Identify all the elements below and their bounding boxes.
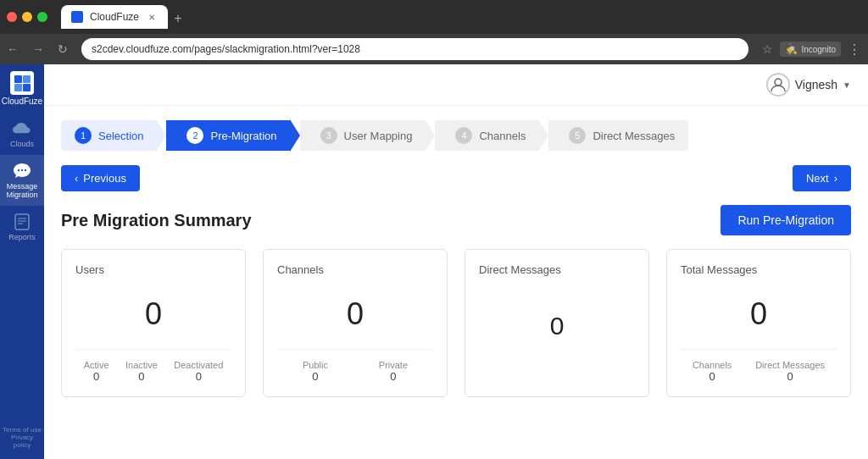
svg-rect-1 [23,75,31,83]
sidebar-item-message-migration[interactable]: Message Migration [0,155,44,206]
terms-link[interactable]: Terms of use [2,426,42,434]
channels-card-sub-row: Public 0 Private 0 [277,349,433,383]
main-content: Vignesh ▼ 1 Selection 2 Pre-Migration 3 [44,64,868,459]
svg-rect-3 [23,84,31,91]
previous-button[interactable]: ‹ Previous [61,165,140,191]
users-card: Users 0 Active 0 Inactive 0 Deactivated … [61,249,246,397]
user-chevron-icon: ▼ [843,80,851,90]
action-bar: ‹ Previous Next › [44,152,868,205]
step-1-number: 1 [75,127,92,144]
browser-chrome: CloudFuze ✕ + [0,0,868,34]
tab-favicon [71,11,83,23]
sidebar-logo: CloudFuze [2,71,42,106]
user-menu[interactable]: Vignesh ▼ [766,73,851,97]
report-icon [13,213,31,231]
total-channels: Channels 0 [693,360,732,383]
cloud-icon [13,119,31,138]
stepper: 1 Selection 2 Pre-Migration 3 User Mappi… [44,106,868,152]
sidebar-item-reports[interactable]: Reports [0,206,44,248]
sidebar-item-message-migration-label: Message Migration [3,182,41,199]
next-chevron-icon: › [834,172,837,185]
step-user-mapping[interactable]: 3 User Mapping [300,120,426,151]
run-pre-migration-button[interactable]: Run Pre-Migration [721,205,851,235]
step-4-number: 4 [455,127,472,144]
step-3-label: User Mapping [344,130,413,142]
step-direct-messages[interactable]: 5 Direct Messages [548,120,688,151]
users-card-title: Users [75,263,231,276]
next-button[interactable]: Next › [793,165,851,191]
dm-card-main-value: 0 [550,305,565,351]
user-name: Vignesh [795,78,837,91]
svg-point-6 [25,169,26,171]
svg-rect-0 [14,75,22,83]
step-pre-migration[interactable]: 2 Pre-Migration [166,120,290,151]
tab-title: CloudFuze [90,11,139,23]
dm-card-title: Direct Messages [479,263,635,276]
cards-grid: Users 0 Active 0 Inactive 0 Deactivated … [44,249,868,414]
privacy-link[interactable]: Privacy policy [2,434,42,449]
channels-card: Channels 0 Public 0 Private 0 [263,249,448,397]
user-avatar [766,73,790,97]
total-messages-card-title: Total Messages [681,263,837,276]
address-bar[interactable]: s2cdev.cloudfuze.com/pages/slackmigratio… [81,38,748,60]
browser-tab[interactable]: CloudFuze ✕ [61,5,168,29]
previous-chevron-icon: ‹ [75,172,78,185]
sidebar: CloudFuze Clouds Message Migration [0,64,44,459]
back-button[interactable]: ← [7,42,19,56]
sidebar-item-clouds[interactable]: Clouds [0,113,44,155]
main-header: Vignesh ▼ [44,64,868,106]
forward-button[interactable]: → [32,42,44,56]
reload-button[interactable]: ↻ [58,42,68,56]
channels-public: Public 0 [303,360,328,383]
step-selection[interactable]: 1 Selection [61,120,157,151]
page-title-bar: Pre Migration Summary Run Pre-Migration [44,205,868,249]
step-3-number: 3 [320,127,337,144]
browser-toolbar: ← → ↻ s2cdev.cloudfuze.com/pages/slackmi… [0,34,868,64]
total-messages-card-sub-row: Channels 0 Direct Messages 0 [681,349,837,383]
step-2-number: 2 [186,127,203,144]
svg-rect-7 [15,214,29,230]
chat-icon [13,162,31,180]
users-card-sub-row: Active 0 Inactive 0 Deactivated 0 [75,349,231,383]
sidebar-item-reports-label: Reports [8,233,36,241]
step-4-label: Channels [479,130,526,142]
svg-point-4 [18,169,19,171]
new-tab-button[interactable]: + [168,8,188,29]
channels-private: Private 0 [379,360,408,383]
tab-close-button[interactable]: ✕ [146,11,158,23]
channels-card-main-value: 0 [277,279,433,346]
svg-rect-2 [14,84,22,91]
direct-messages-card: Direct Messages 0 [465,249,649,397]
total-messages-card: Total Messages 0 Channels 0 Direct Messa… [666,249,851,397]
channels-card-title: Channels [277,263,433,276]
incognito-badge: 🕵 Incognito [780,41,841,57]
users-deactivated: Deactivated 0 [174,360,223,383]
users-inactive: Inactive 0 [125,360,158,383]
page-title: Pre Migration Summary [61,211,252,230]
step-arrow-4 [538,119,548,152]
svg-point-11 [775,79,782,86]
step-5-number: 5 [569,127,586,144]
step-arrow-1 [156,119,166,152]
step-2-label: Pre-Migration [210,130,276,142]
logo-icon [10,71,34,95]
browser-actions: ☆ 🕵 Incognito ⋮ [762,41,861,58]
step-arrow-3 [425,119,435,152]
sidebar-footer: Terms of use Privacy policy [0,423,44,452]
total-direct-messages: Direct Messages 0 [755,360,825,383]
step-arrow-2 [290,119,300,152]
total-messages-card-main-value: 0 [681,279,837,346]
bookmark-icon[interactable]: ☆ [762,42,773,56]
sidebar-item-clouds-label: Clouds [10,140,34,148]
url-text: s2cdev.cloudfuze.com/pages/slackmigratio… [92,43,738,55]
svg-point-5 [21,169,23,171]
users-card-main-value: 0 [75,279,231,346]
step-5-label: Direct Messages [593,130,675,142]
menu-icon[interactable]: ⋮ [848,41,861,58]
logo-text: CloudFuze [2,97,42,106]
step-channels[interactable]: 4 Channels [435,120,539,151]
users-active: Active 0 [84,360,109,383]
step-1-label: Selection [98,130,143,142]
